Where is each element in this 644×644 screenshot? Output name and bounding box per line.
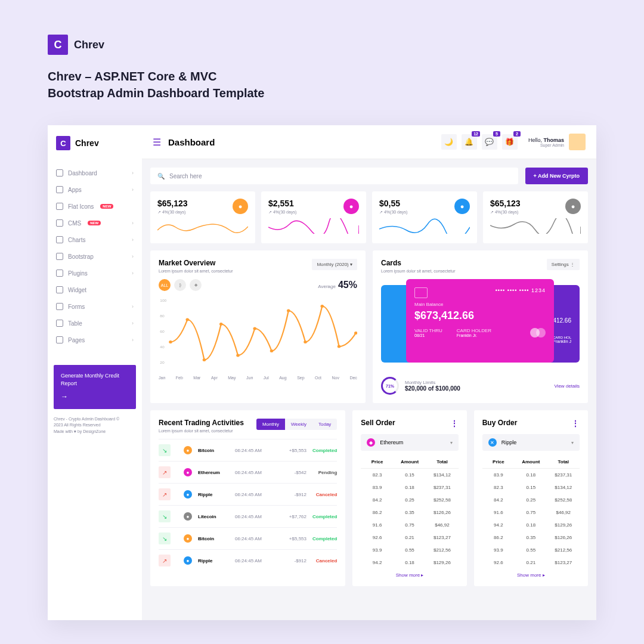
add-crypto-button[interactable]: + Add New Cyrpto [525,168,588,184]
sidebar-item-table[interactable]: Table› [54,315,136,332]
chevron-right-icon: › [132,304,134,309]
theme-toggle[interactable]: 🌙 [441,134,457,150]
chevron-right-icon: › [132,337,134,343]
buy-menu-icon[interactable]: ⋮ [571,419,580,428]
order-row[interactable]: 82.30.15$134,12 [482,481,580,494]
tab-monthly[interactable]: Monthly [256,419,285,430]
topbar: ☰ Dashboard 🌙 🔔12 💬5 🎁2 Hello, Thomas Su… [142,125,596,159]
tab-weekly[interactable]: Weekly [285,419,312,430]
sidebar-item-flat-icons[interactable]: Flat IconsNEW [54,198,136,215]
main-balance: $673,412.66 [414,309,546,322]
order-row[interactable]: 93.90.55$212,56 [482,544,580,556]
order-row[interactable]: 86.20.35$126,26 [482,531,580,544]
activity-row[interactable]: ↘●Bitcoin06:24:45 AM+$5,553Completed [159,439,337,461]
filter-btc[interactable]: ₿ [174,279,186,291]
sell-show-more[interactable]: Show more ▸ [361,569,458,578]
sidebar-item-cms[interactable]: CMSNEW› [54,215,136,231]
search-icon: 🔍 [157,173,165,179]
direction-icon: ↘ [159,532,171,544]
bell-icon[interactable]: 🔔12 [462,134,477,150]
ethereum-icon: ◆ [367,438,375,447]
buy-order-card: Buy Order ⋮ ✕ Ripple▾ PriceAmountTotal 8… [474,410,588,586]
order-row[interactable]: 93.90.55$212,56 [361,544,458,556]
order-row[interactable]: 92.60.21$123,27 [482,556,580,569]
page-title: Dashboard [168,137,215,147]
svg-text:20: 20 [160,360,165,364]
credit-card-main[interactable]: •••• •••• •••• 1234 Main Balance $673,41… [406,279,554,363]
gift-icon[interactable]: 🎁2 [502,134,518,150]
filter-all[interactable]: ALL [159,279,171,291]
order-row[interactable]: 92.60.21$123,27 [361,531,458,544]
order-row[interactable]: 91.60.75$46,92 [482,506,580,519]
activity-row[interactable]: ↗●Ripple06:24:45 AM-$912Canceled [159,549,337,571]
nav-icon [56,270,63,277]
message-icon[interactable]: 💬5 [482,134,497,150]
nav-icon [56,186,63,193]
sidebar-item-forms[interactable]: Forms› [54,298,136,315]
crypto-icon: ● [343,199,359,214]
market-period-dropdown[interactable]: Monthly (2020) ▾ [312,259,357,270]
user-menu[interactable]: Hello, Thomas Super Admin [528,134,586,150]
sidebar: C Chrev Dashboard›Apps›Flat IconsNEWCMSN… [48,125,142,620]
order-row[interactable]: 94.20.18$129,26 [361,556,458,569]
gift-badge: 2 [513,131,521,137]
stat-card[interactable]: $2,551↗ 4%(30 days)● [261,191,366,243]
sidebar-item-apps[interactable]: Apps› [54,181,136,198]
sidebar-item-bootstrap[interactable]: Bootstrap› [54,248,136,265]
svg-point-13 [304,340,307,343]
main-area: ☰ Dashboard 🌙 🔔12 💬5 🎁2 Hello, Thomas Su… [142,125,596,620]
activity-row[interactable]: ↗●Ethereum06:24:45 AM-$542Pending [159,461,337,483]
svg-text:100: 100 [160,298,167,302]
search-input[interactable]: 🔍 Search here [150,168,518,184]
stat-card[interactable]: $65,123↗ 4%(30 days)● [150,191,255,243]
order-row[interactable]: 84.20.25$252,58 [361,494,458,506]
coin-icon: ● [184,556,192,565]
bell-badge: 12 [472,131,480,137]
sidebar-item-widget[interactable]: Widget [54,281,136,298]
brand-header: C Chrev [48,35,596,55]
svg-point-8 [219,323,223,326]
order-row[interactable]: 86.20.35$126,26 [361,506,458,519]
sidebar-item-dashboard[interactable]: Dashboard› [54,165,136,181]
svg-point-11 [270,349,274,352]
buy-show-more[interactable]: Show more ▸ [482,569,580,578]
stat-card[interactable]: $0,55↗ 4%(30 days)● [372,191,477,243]
chevron-right-icon: › [132,220,134,226]
sidebar-brand[interactable]: C Chrev [54,136,136,150]
chevron-right-icon: › [132,270,134,276]
market-chart: 10080604020 [159,296,357,373]
menu-icon[interactable]: ☰ [153,137,161,148]
sell-menu-icon[interactable]: ⋮ [450,419,459,428]
promo-card[interactable]: Generate Monthly Credit Report → [54,365,136,409]
filter-eth[interactable]: ◆ [190,279,202,291]
stat-card[interactable]: $65,123↗ 4%(30 days)● [483,191,588,243]
sidebar-item-charts[interactable]: Charts› [54,231,136,248]
order-row[interactable]: 83.90.18$237,31 [361,481,458,494]
sell-coin-select[interactable]: ◆ Ethereum▾ [361,434,458,451]
activity-row[interactable]: ↘●Litecoin06:24:45 AM+$7,762Completed [159,505,337,527]
sidebar-item-pages[interactable]: Pages› [54,332,136,348]
cards-settings-button[interactable]: Settings ⋮ [547,259,580,270]
order-row[interactable]: 82.30.15$134,12 [361,469,458,481]
brand-name: Chrev [74,39,104,51]
direction-icon: ↘ [159,510,171,522]
buy-coin-select[interactable]: ✕ Ripple▾ [482,434,580,451]
svg-point-6 [185,318,189,321]
order-row[interactable]: 83.90.18$237,31 [482,469,580,481]
cards-panel: Cards Lorem ipsum dolor sit amet, consec… [373,250,588,403]
view-details-link[interactable]: View details [554,383,580,389]
order-row[interactable]: 91.60.75$46,92 [361,519,458,531]
direction-icon: ↗ [159,488,171,500]
activity-row[interactable]: ↘●Bitcoin06:24:45 AM+$5,553Completed [159,527,337,549]
avatar [569,134,586,150]
order-row[interactable]: 94.20.18$129,26 [482,519,580,531]
order-row[interactable]: 84.20.25$252,58 [482,494,580,506]
sidebar-logo: C [56,136,70,150]
sidebar-item-plugins[interactable]: Plugins› [54,265,136,281]
page-tagline: Chrev – ASP.NET Core & MVC Bootstrap Adm… [48,68,596,101]
coin-icon: ● [184,512,192,521]
nav-icon [56,286,63,293]
tab-today[interactable]: Today [312,419,337,430]
activity-row[interactable]: ↗●Ripple06:24:45 AM-$912Canceled [159,483,337,505]
crypto-icon: ● [565,199,581,214]
